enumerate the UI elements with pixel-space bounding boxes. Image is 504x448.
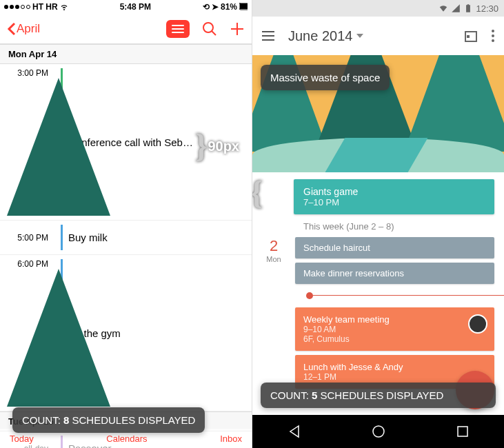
recents-icon[interactable] [456,425,469,438]
ios-calendar-screen: HT HR 5:48 PM ⟲ ➤ 81% April Mon Apr 143:… [0,0,252,448]
status-bar: 12:30 [252,0,504,17]
event-title: Buy milk [68,232,245,243]
back-label: April [17,22,40,36]
event-title: Weekly team meeting [303,314,486,325]
rotation-lock-icon: ⟲ [203,2,210,12]
signal-icon [451,3,461,13]
chevron-left-icon [7,22,17,36]
event-time: 5:00 PM [0,225,55,250]
event-time: 9–10 AM [303,325,486,334]
carrier-label: HT HR [32,2,58,12]
reminder-chip[interactable]: Make dinner reservations [295,263,494,284]
event-title: Lunch with Jesse & Andy [303,362,486,372]
month-selector[interactable]: June 2014 [288,28,363,44]
event-title: Hit the gym [68,327,245,339]
add-icon[interactable] [230,21,245,37]
event-time: 3:00 PM4:00 PM [0,68,55,216]
overflow-icon[interactable] [492,30,494,42]
app-bar: June 2014 [252,17,504,55]
battery-icon [463,3,473,13]
chevron-down-icon [356,34,363,38]
meeting-card[interactable]: Weekly team meeting 9–10 AM 6F, Cumulus [295,307,494,351]
back-icon[interactable] [288,425,301,438]
event-row[interactable]: 6:00 PM7:00 PMHit the gym [0,255,252,411]
svg-rect-1 [240,3,248,9]
event-row[interactable]: 5:00 PMBuy milk [0,221,252,255]
avatar [468,314,487,334]
event-title: Giants game [303,186,485,197]
status-bar: HT HR 5:48 PM ⟲ ➤ 81% [0,0,252,14]
wifi-icon [439,3,448,13]
event-location: 6F, Cumulus [303,334,486,344]
date-header: Mon Apr 14 [0,44,252,64]
day-group: 2 Mon Schedule haircut Make dinner reser… [252,237,504,389]
row-height-annotation: }90px [194,130,239,163]
today-icon[interactable] [464,29,478,43]
row-height-annotation: 110px{ [252,176,263,210]
event-list[interactable]: Mon Apr 143:00 PM4:00 PMConference call … [0,44,252,448]
search-icon[interactable] [202,21,217,37]
battery-icon [239,3,248,11]
svg-point-3 [203,23,213,32]
event-time: 7–10 PM [303,197,485,207]
svg-point-12 [373,426,384,437]
list-view-button[interactable] [166,20,190,38]
signal-dots-icon [4,5,30,9]
android-calendar-screen: 12:30 June 2014 Massive waste of space G… [252,0,504,448]
hero-annotation-overlay: Massive waste of space [261,65,390,90]
svg-line-4 [212,31,216,35]
reminder-chip[interactable]: Schedule haircut [295,237,494,258]
menu-icon[interactable] [262,31,274,41]
tab-today[interactable]: Today [10,434,34,444]
event-time: 6:00 PM7:00 PM [0,259,55,407]
now-indicator [306,292,313,299]
svg-rect-8 [467,35,470,38]
week-label: This week (June 2 – 8) [303,221,504,232]
svg-point-10 [492,34,494,37]
svg-point-11 [492,39,494,42]
hero-image: Massive waste of space [252,55,504,172]
count-overlay: COUNT: 5 SCHEDULES DISPLAYED [261,383,496,408]
home-icon[interactable] [372,425,385,438]
giants-game-card[interactable]: Giants game 7–10 PM [294,179,494,214]
system-nav-bar [252,415,504,448]
clock: 12:30 [476,3,498,14]
location-icon: ➤ [212,2,219,12]
tab-calendars[interactable]: Calendars [106,434,147,444]
tab-inbox[interactable]: Inbox [220,434,242,444]
clock: 5:48 PM [120,2,151,12]
day-badge: 2 Mon [262,237,285,389]
navigation-bar: April [0,14,252,44]
battery-label: 81% [221,2,237,12]
color-bar [61,225,63,250]
back-button[interactable]: April [7,22,40,36]
svg-rect-13 [458,427,467,436]
count-overlay: COUNT: 8 SCHEDULES DISPLAYED [12,407,205,433]
svg-point-9 [492,30,494,32]
wifi-icon [60,3,68,11]
